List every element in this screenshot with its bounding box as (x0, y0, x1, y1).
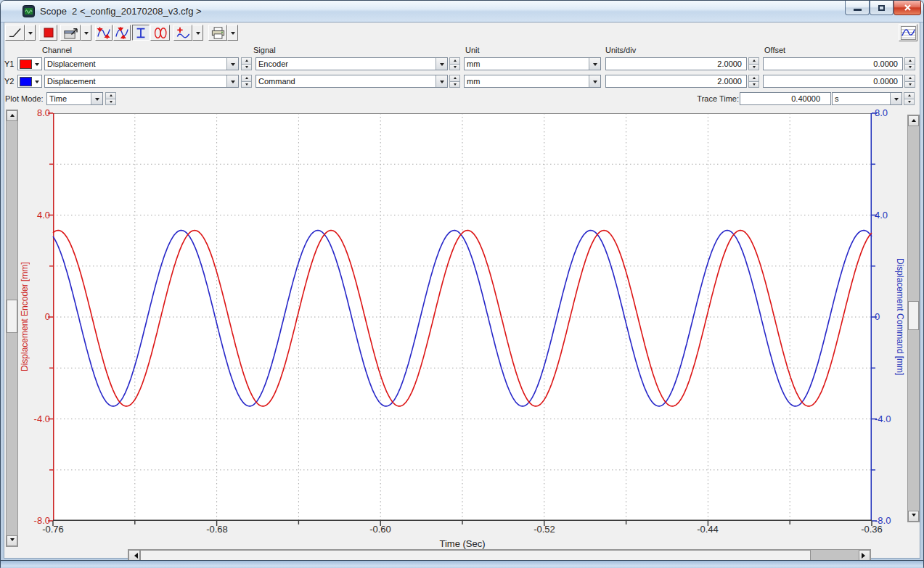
y2-channel-select[interactable]: Displacement (44, 75, 239, 88)
y2-units-per-div-spinner[interactable] (748, 75, 759, 88)
y1-signal-select[interactable]: Encoder (255, 57, 448, 70)
arrow-right-icon (862, 553, 868, 559)
minimize-button[interactable] (845, 1, 870, 15)
y2-unit-value: mm (465, 75, 589, 87)
chevron-down-icon[interactable] (890, 93, 901, 104)
toolbar-button-setup[interactable] (60, 25, 81, 41)
y2-scrollbar[interactable] (907, 115, 920, 522)
minimize-icon (854, 9, 862, 11)
trace-time-spinner[interactable] (904, 92, 915, 105)
y1-scroll-up-button[interactable] (7, 110, 17, 121)
y1-color-button[interactable] (17, 57, 42, 70)
y2-color-button[interactable] (17, 75, 42, 88)
y2-unit-select[interactable]: mm (464, 75, 601, 88)
time-scroll-left-button[interactable] (128, 550, 140, 561)
y1-scrollbar[interactable] (6, 110, 18, 547)
y2-tick-label: -4.0 (875, 413, 904, 425)
trace-time-label: Trace Time: (683, 94, 739, 103)
chevron-down-icon[interactable] (91, 93, 102, 104)
y1-tick-label: 8.0 (21, 107, 50, 119)
y1-units-per-div-field[interactable]: 2.0000 (605, 57, 747, 70)
chevron-down-icon (35, 81, 39, 86)
chart-settings-icon (901, 26, 916, 40)
toolbar-button-add-trace[interactable] (173, 25, 192, 41)
toolbar-dropdown-print[interactable] (227, 25, 238, 41)
y2-channel-spinner[interactable] (241, 75, 252, 88)
scope-window: Scope 2 <_config_20170208_v3.cfg > (0, 0, 924, 568)
y2-signal-select[interactable]: Command (255, 75, 448, 88)
y1-label: Y1 (4, 59, 17, 68)
y2-tick-label: 4.0 (875, 210, 904, 221)
expand-y-scale-icon (96, 26, 112, 40)
y1-signal-value: Encoder (256, 58, 436, 70)
toolbar-button-trigger[interactable] (5, 25, 25, 41)
y1-channel-spinner[interactable] (241, 57, 252, 70)
toolbar-button-cursors[interactable] (132, 25, 150, 41)
toolbar-button-compress-y[interactable] (113, 25, 131, 41)
y1-tick-label: 4.0 (21, 210, 50, 221)
trace-time-field[interactable]: 0.40000 (740, 92, 831, 105)
plot-area[interactable] (53, 113, 872, 521)
x-tick-label: -0.36 (850, 524, 894, 535)
toolbar-dropdown-setup[interactable] (81, 25, 91, 41)
x-axis-title: Time (Sec) (419, 538, 506, 549)
toolbar-dropdown-add-trace[interactable] (192, 25, 203, 41)
cursors-icon (133, 26, 149, 40)
toolbar-button-stop[interactable] (39, 25, 57, 41)
y2-tick-label: 8.0 (875, 107, 904, 119)
y1-scrollbar-thumb[interactable] (7, 300, 17, 333)
plot-mode-select[interactable]: Time (46, 92, 103, 105)
y1-unit-select[interactable]: mm (464, 57, 601, 70)
plot-mode-spinner[interactable] (105, 92, 116, 105)
chevron-down-icon[interactable] (226, 58, 238, 70)
stop-icon (43, 27, 54, 38)
y2-units-per-div-field[interactable]: 2.0000 (605, 75, 747, 88)
arrow-down-icon (10, 538, 15, 543)
toolbar-button-print[interactable] (208, 25, 227, 41)
time-scrollbar-thumb[interactable] (140, 550, 811, 561)
time-scroll-right-button[interactable] (859, 550, 870, 561)
chevron-down-icon[interactable] (589, 75, 600, 87)
y2-scroll-down-button[interactable] (908, 511, 919, 522)
header-signal: Signal (253, 46, 276, 54)
y1-unit-value: mm (465, 58, 589, 70)
chevron-down-icon (35, 63, 39, 68)
toolbar-button-chart-settings[interactable] (899, 24, 917, 41)
maximize-button[interactable] (870, 1, 894, 15)
y2-offset-field[interactable]: 0.0000 (763, 75, 903, 88)
chevron-down-icon[interactable] (436, 75, 447, 87)
toolbar-button-expand-y[interactable] (95, 25, 113, 41)
trace-time-unit-value: s (833, 93, 890, 104)
close-button[interactable] (894, 1, 921, 15)
y1-offset-spinner[interactable] (904, 57, 915, 70)
titlebar[interactable]: Scope 2 <_config_20170208_v3.cfg > (1, 1, 923, 22)
xy-mode-icon (152, 26, 169, 40)
arrow-down-icon (912, 514, 916, 519)
chevron-down-icon (196, 32, 200, 37)
chevron-down-icon[interactable] (589, 58, 600, 70)
y1-scroll-down-button[interactable] (7, 535, 17, 546)
x-tick-label: -0.76 (31, 524, 75, 535)
y2-color-swatch (20, 77, 32, 86)
y2-signal-value: Command (256, 75, 436, 87)
y1-units-per-div-spinner[interactable] (748, 57, 759, 70)
chevron-down-icon[interactable] (436, 58, 447, 70)
y2-offset-spinner[interactable] (904, 75, 915, 88)
y1-channel-select[interactable]: Displacement (44, 57, 239, 70)
y2-scrollbar-thumb[interactable] (908, 301, 919, 330)
toolbar-dropdown-trigger[interactable] (25, 25, 36, 41)
toolbar-button-xy-mode[interactable] (150, 25, 170, 41)
y2-signal-spinner[interactable] (449, 75, 460, 88)
chevron-down-icon[interactable] (226, 75, 238, 87)
plot-mode-value: Time (47, 93, 91, 104)
trace-time-unit-select[interactable]: s (832, 92, 902, 105)
close-icon (904, 4, 912, 12)
y1-color-swatch (20, 59, 32, 69)
scope-app-icon (23, 5, 35, 17)
y2-scroll-up-button[interactable] (908, 115, 919, 126)
y2-tick-label: 0 (875, 311, 904, 323)
chevron-down-icon (84, 32, 89, 37)
header-unit: Unit (465, 46, 480, 54)
y1-signal-spinner[interactable] (449, 57, 460, 70)
y1-offset-field[interactable]: 0.0000 (763, 57, 903, 70)
